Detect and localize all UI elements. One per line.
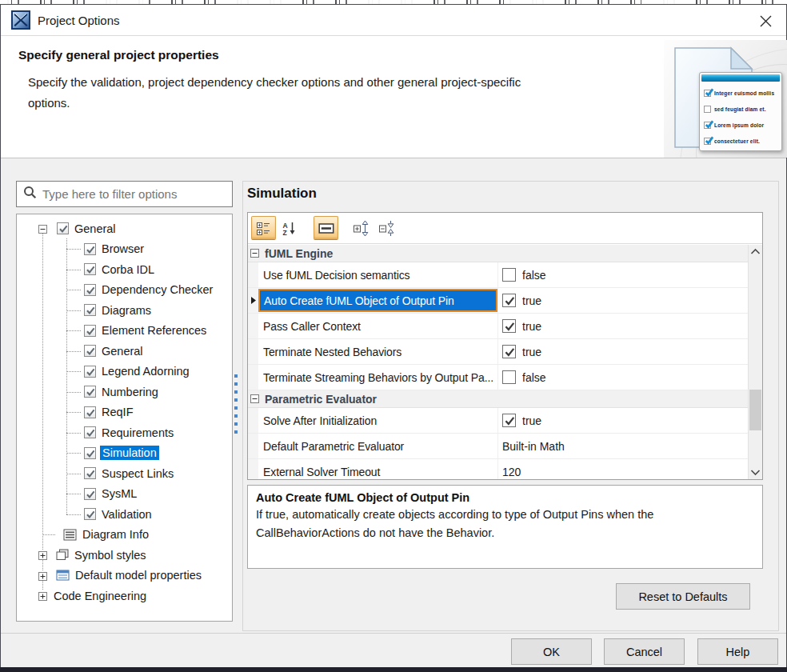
help-button[interactable]: Help — [697, 638, 778, 665]
property-row-terminate-streaming-behaviors-by-output-pa[interactable]: Terminate Streaming Behaviors by Output … — [248, 365, 748, 390]
row-gutter — [248, 262, 258, 287]
collapse-box-icon[interactable] — [250, 249, 259, 258]
property-group-parametric-evaluator[interactable]: Parametric Evaluator — [248, 390, 748, 408]
close-button[interactable] — [754, 10, 777, 31]
tree-checkbox[interactable] — [84, 325, 96, 337]
tree-connector — [66, 514, 81, 515]
tree-item-validation[interactable]: Validation — [17, 504, 232, 525]
property-value[interactable]: true — [497, 288, 748, 313]
app-logo-icon — [11, 10, 30, 30]
tree-checkbox[interactable] — [84, 243, 96, 255]
tree-connector — [66, 494, 81, 494]
cancel-button[interactable]: Cancel — [604, 638, 685, 665]
tree-item-legend-adorning[interactable]: Legend Adorning — [17, 362, 232, 382]
value-checkbox[interactable] — [502, 370, 516, 384]
property-row-default-parametric-evaluator[interactable]: Default Parametric EvaluatorBuilt-in Mat… — [248, 434, 748, 459]
expand-box-icon[interactable] — [38, 570, 48, 581]
expand-box-icon[interactable] — [38, 550, 48, 560]
tree-item-suspect-links[interactable]: Suspect Links — [17, 463, 232, 484]
property-value[interactable]: false — [497, 262, 748, 287]
properties-toolbar: A Z — [248, 213, 762, 244]
property-value[interactable]: true — [497, 339, 748, 364]
collapse-box-icon[interactable] — [38, 223, 48, 234]
checklist-text: sed feugiat diam et. — [714, 106, 766, 112]
property-value[interactable]: 120 — [497, 459, 748, 479]
tree-item-code-engineering[interactable]: Code Engineering — [17, 586, 232, 606]
tree-checkbox[interactable] — [84, 426, 96, 438]
collapse-box-icon[interactable] — [250, 394, 259, 403]
tree-checkbox[interactable] — [84, 508, 96, 520]
value-checkbox[interactable] — [502, 319, 516, 333]
tree-item-label: General — [74, 222, 116, 235]
tree-item-general[interactable]: General — [17, 218, 232, 239]
expand-all-button[interactable] — [349, 216, 374, 240]
tree-checkbox[interactable] — [84, 345, 96, 357]
value-checkbox[interactable] — [502, 345, 516, 358]
property-value[interactable]: false — [497, 365, 748, 390]
tree-connector — [66, 330, 81, 331]
tree-item-requirements[interactable]: Requirements — [17, 422, 232, 443]
property-row-use-fuml-decision-semantics[interactable]: Use fUML Decision semanticsfalse — [248, 262, 748, 288]
tree-checkbox[interactable] — [84, 263, 96, 275]
collapse-all-button[interactable] — [374, 216, 399, 240]
tree-item-diagram-info[interactable]: Diagram Info — [17, 525, 232, 546]
tree-item-label: Element References — [102, 324, 206, 337]
tree-item-label: Legend Adorning — [102, 365, 190, 378]
property-value[interactable]: true — [497, 408, 748, 433]
scroll-down-icon[interactable] — [749, 466, 762, 479]
tree-item-diagrams[interactable]: Diagrams — [17, 300, 232, 321]
property-group-fuml-engine[interactable]: fUML Engine — [248, 245, 748, 262]
tree-checkbox[interactable] — [84, 386, 96, 398]
tree-item-general[interactable]: General — [17, 341, 232, 362]
tree-checkbox[interactable] — [84, 284, 96, 296]
property-value[interactable]: Built-in Math — [497, 434, 748, 458]
ok-button[interactable]: OK — [511, 638, 592, 665]
reset-to-defaults-button[interactable]: Reset to Defaults — [616, 583, 750, 610]
property-row-external-solver-timeout[interactable]: External Solver Timeout120 — [248, 459, 748, 479]
expand-box-icon[interactable] — [38, 590, 48, 601]
panel-splitter[interactable] — [233, 374, 239, 434]
tree-checkbox[interactable] — [57, 222, 69, 234]
property-row-solve-after-initialization[interactable]: Solve After Initializationtrue — [248, 408, 748, 434]
show-description-button[interactable] — [314, 216, 338, 240]
tree-item-element-references[interactable]: Element References — [17, 321, 232, 342]
tree-item-browser[interactable]: Browser — [17, 239, 232, 260]
tree-checkbox[interactable] — [84, 488, 96, 500]
tree-checkbox[interactable] — [84, 447, 96, 459]
tree-checkbox[interactable] — [84, 467, 96, 479]
tree-checkbox[interactable] — [84, 406, 96, 418]
property-value-text: true — [522, 294, 541, 307]
property-row-terminate-nested-behaviors[interactable]: Terminate Nested Behaviorstrue — [248, 339, 748, 365]
scrollbar-thumb[interactable] — [749, 390, 761, 430]
model-properties-icon — [56, 570, 70, 581]
sort-alphabetically-button[interactable]: A Z — [277, 216, 302, 240]
tree-connector — [66, 453, 81, 454]
selected-property-name: Auto Create fUML Object of Output Pin — [258, 289, 497, 312]
tree-item-dependency-checker[interactable]: Dependency Checker — [17, 280, 232, 301]
checked-checkbox-icon — [704, 122, 711, 129]
property-value-text: true — [522, 320, 541, 333]
tree-checkbox[interactable] — [84, 304, 96, 316]
scroll-up-icon[interactable] — [749, 245, 762, 258]
table-scrollbar[interactable] — [748, 245, 762, 479]
value-checkbox[interactable] — [502, 268, 516, 282]
property-row-pass-caller-context[interactable]: Pass Caller Contexttrue — [248, 314, 748, 339]
tree-item-symbol-styles[interactable]: Symbol styles — [17, 545, 232, 566]
tree-item-sysml[interactable]: SysML — [17, 484, 232, 505]
categorized-view-button[interactable] — [251, 216, 276, 240]
property-row-auto-create-fuml-object-of-output-pin[interactable]: Auto Create fUML Object of Output Pintru… — [248, 288, 748, 314]
tree-item-default-model-properties[interactable]: Default model properties — [17, 566, 232, 586]
checklist-row: sed feugiat diam et. — [700, 99, 781, 115]
checklist-text: Lorem ipsum dolor — [714, 122, 764, 128]
tree-item-simulation[interactable]: Simulation — [17, 443, 232, 464]
tree-item-label: Code Engineering — [54, 590, 146, 602]
tree-item-corba-idl[interactable]: Corba IDL — [17, 259, 232, 280]
dialog-footer: OK Cancel Help — [1, 633, 786, 667]
value-checkbox[interactable] — [502, 294, 516, 307]
value-checkbox[interactable] — [502, 414, 516, 427]
property-value[interactable]: true — [497, 314, 748, 338]
tree-item-numbering[interactable]: Numbering — [17, 382, 232, 402]
filter-input[interactable] — [42, 187, 232, 201]
tree-checkbox[interactable] — [84, 366, 96, 378]
tree-item-reqif[interactable]: ReqIF — [17, 402, 232, 423]
